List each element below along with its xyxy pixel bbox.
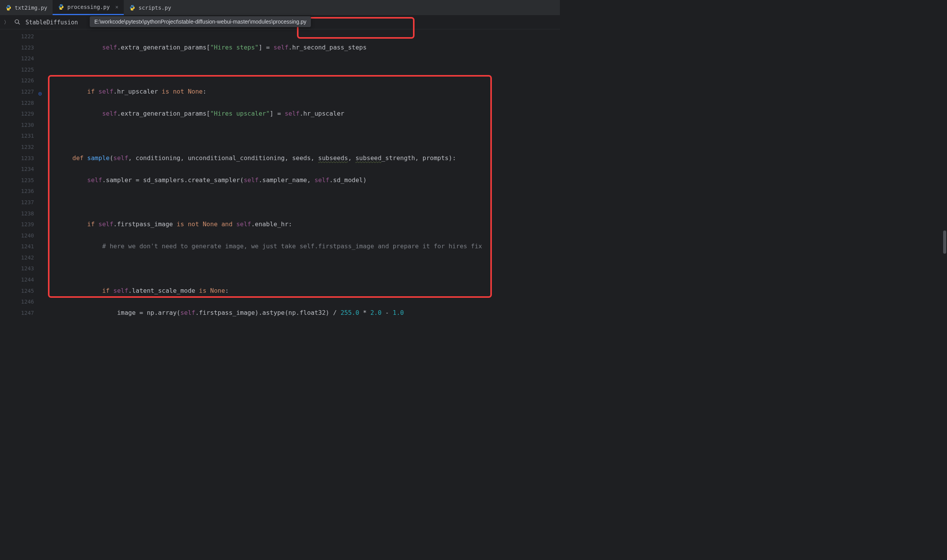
gutter: 122212231224122512261227◎122812291230123… (0, 29, 39, 324)
tab-label: processing.py (67, 4, 110, 10)
python-icon (5, 5, 12, 11)
svg-point-6 (15, 19, 19, 23)
python-icon (129, 5, 135, 11)
tab-txt2img[interactable]: txt2img.py (0, 0, 53, 15)
svg-line-7 (18, 23, 20, 24)
path-tooltip: E:\workcode\pytestx\pythonProject\stable… (90, 16, 311, 27)
svg-point-1 (9, 9, 9, 10)
svg-point-2 (60, 5, 61, 5)
chevron-right-icon[interactable]: 〉 (4, 19, 9, 26)
svg-point-3 (62, 9, 62, 9)
code-area[interactable]: self.extra_generation_params["Hires step… (39, 29, 560, 324)
tab-processing[interactable]: processing.py × (53, 0, 124, 15)
breadcrumb[interactable]: StableDiffusion (26, 19, 78, 26)
tab-scripts[interactable]: scripts.py (124, 0, 176, 15)
svg-point-0 (7, 5, 8, 6)
close-icon[interactable]: × (115, 4, 118, 10)
tab-label: scripts.py (138, 5, 171, 11)
code-editor[interactable]: 122212231224122512261227◎122812291230123… (0, 29, 560, 324)
python-icon (58, 4, 64, 10)
search-icon[interactable] (14, 19, 20, 26)
svg-point-5 (133, 9, 133, 10)
tab-label: txt2img.py (15, 5, 47, 11)
breadcrumb-bar: 〉 StableDiffusion E:\workcode\pytestx\py… (0, 15, 560, 29)
svg-point-4 (131, 5, 132, 6)
tab-bar: txt2img.py processing.py × scripts.py (0, 0, 560, 15)
